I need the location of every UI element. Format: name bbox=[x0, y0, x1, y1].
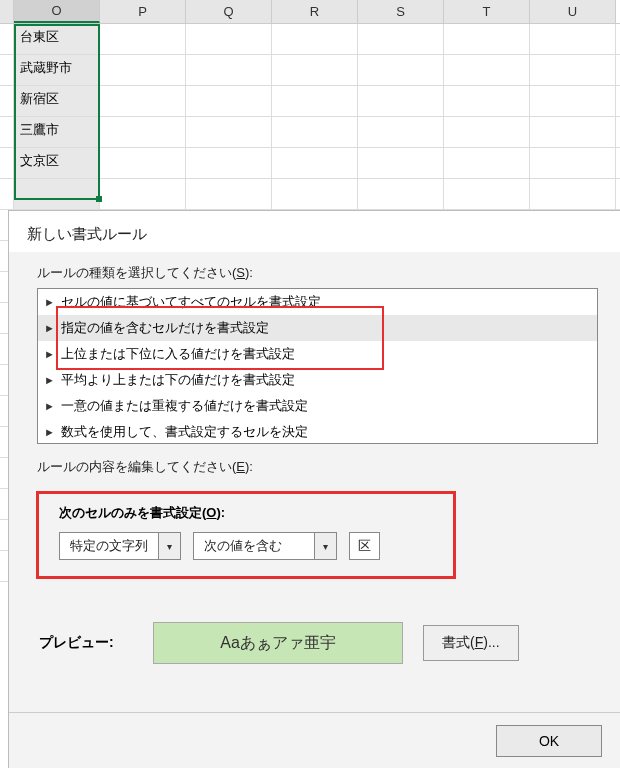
select-rule-type-label: ルールの種類を選択してください(S): bbox=[37, 264, 598, 282]
cell[interactable]: 武蔵野市 bbox=[14, 55, 100, 85]
col-header-R[interactable]: R bbox=[272, 0, 358, 23]
cell[interactable] bbox=[444, 24, 530, 54]
cell[interactable] bbox=[272, 117, 358, 147]
cell[interactable] bbox=[272, 24, 358, 54]
cell[interactable] bbox=[530, 117, 616, 147]
cell[interactable] bbox=[444, 55, 530, 85]
cell[interactable]: 新宿区 bbox=[14, 86, 100, 116]
format-button[interactable]: 書式(F)... bbox=[423, 625, 519, 661]
column-headers: O P Q R S T U bbox=[0, 0, 620, 24]
preview-sample: Aaあぁアァ亜宇 bbox=[153, 622, 403, 664]
preview-label: プレビュー: bbox=[39, 634, 133, 652]
chevron-down-icon[interactable]: ▾ bbox=[158, 533, 180, 559]
dialog-title: 新しい書式ルール bbox=[9, 211, 620, 252]
cell[interactable] bbox=[444, 179, 530, 209]
col-header-S[interactable]: S bbox=[358, 0, 444, 23]
cell[interactable] bbox=[358, 86, 444, 116]
rule-type-item[interactable]: ►数式を使用して、書式設定するセルを決定 bbox=[38, 419, 597, 444]
operator-combo[interactable]: 次の値を含む ▾ bbox=[193, 532, 337, 560]
dialog-footer: OK bbox=[9, 712, 620, 768]
cell[interactable] bbox=[100, 86, 186, 116]
new-formatting-rule-dialog: 新しい書式ルール ルールの種類を選択してください(S): ►セルの値に基づいてす… bbox=[8, 210, 620, 768]
chevron-down-icon[interactable]: ▾ bbox=[314, 533, 336, 559]
cell[interactable]: 台東区 bbox=[14, 24, 100, 54]
value-input[interactable]: 区 bbox=[349, 532, 380, 560]
cell[interactable] bbox=[186, 86, 272, 116]
cell[interactable] bbox=[272, 55, 358, 85]
condition-type-combo[interactable]: 特定の文字列 ▾ bbox=[59, 532, 181, 560]
triangle-right-icon: ► bbox=[44, 400, 55, 412]
format-only-label: 次のセルのみを書式設定(O): bbox=[59, 504, 596, 522]
cell[interactable] bbox=[444, 117, 530, 147]
cell[interactable] bbox=[272, 179, 358, 209]
cell[interactable] bbox=[272, 148, 358, 178]
cell[interactable] bbox=[358, 117, 444, 147]
rule-type-item[interactable]: ►指定の値を含むセルだけを書式設定 bbox=[38, 315, 597, 341]
col-header-Q[interactable]: Q bbox=[186, 0, 272, 23]
col-header-O[interactable]: O bbox=[14, 0, 100, 23]
cell[interactable] bbox=[530, 148, 616, 178]
cell[interactable] bbox=[186, 55, 272, 85]
cell[interactable] bbox=[100, 55, 186, 85]
cell[interactable] bbox=[530, 55, 616, 85]
cell[interactable] bbox=[186, 179, 272, 209]
triangle-right-icon: ► bbox=[44, 348, 55, 360]
cell[interactable] bbox=[530, 86, 616, 116]
cell[interactable] bbox=[100, 148, 186, 178]
cell[interactable]: 文京区 bbox=[14, 148, 100, 178]
cell[interactable] bbox=[14, 179, 100, 209]
cell[interactable] bbox=[358, 55, 444, 85]
cell[interactable] bbox=[358, 24, 444, 54]
triangle-right-icon: ► bbox=[44, 296, 55, 308]
triangle-right-icon: ► bbox=[44, 374, 55, 386]
cell[interactable] bbox=[530, 179, 616, 209]
rule-type-item[interactable]: ►上位または下位に入る値だけを書式設定 bbox=[38, 341, 597, 367]
cell[interactable] bbox=[100, 179, 186, 209]
rule-type-item[interactable]: ►一意の値または重複する値だけを書式設定 bbox=[38, 393, 597, 419]
rule-type-item[interactable]: ►セルの値に基づいてすべてのセルを書式設定 bbox=[38, 289, 597, 315]
rule-type-list[interactable]: ►セルの値に基づいてすべてのセルを書式設定 ►指定の値を含むセルだけを書式設定 … bbox=[37, 288, 598, 444]
col-header-gutter bbox=[0, 0, 14, 23]
cell[interactable] bbox=[186, 117, 272, 147]
edit-rule-label: ルールの内容を編集してください(E): bbox=[37, 458, 598, 476]
ok-button[interactable]: OK bbox=[496, 725, 602, 757]
cell[interactable] bbox=[272, 86, 358, 116]
cell[interactable] bbox=[186, 148, 272, 178]
col-header-U[interactable]: U bbox=[530, 0, 616, 23]
col-header-T[interactable]: T bbox=[444, 0, 530, 23]
cell[interactable] bbox=[444, 86, 530, 116]
cell[interactable] bbox=[100, 117, 186, 147]
cell[interactable]: 三鷹市 bbox=[14, 117, 100, 147]
rule-type-item[interactable]: ►平均より上または下の値だけを書式設定 bbox=[38, 367, 597, 393]
triangle-right-icon: ► bbox=[44, 322, 55, 334]
cell[interactable] bbox=[100, 24, 186, 54]
cell[interactable] bbox=[186, 24, 272, 54]
col-header-P[interactable]: P bbox=[100, 0, 186, 23]
triangle-right-icon: ► bbox=[44, 426, 55, 438]
cell[interactable] bbox=[358, 148, 444, 178]
cell[interactable] bbox=[358, 179, 444, 209]
cell[interactable] bbox=[444, 148, 530, 178]
cell[interactable] bbox=[530, 24, 616, 54]
